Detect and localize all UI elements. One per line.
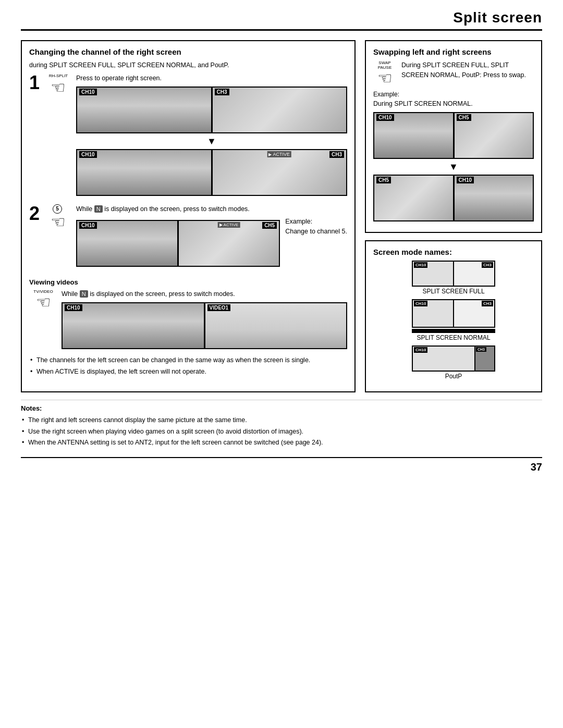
left-bullets: The channels for the left screen can be … [29,355,347,377]
ch-label-right-1: CH3 [215,89,229,95]
bullet-1: The channels for the left screen can be … [29,355,347,365]
mode-ch-poutp-left: CH10 [414,347,427,353]
poutp-small: CH3 [474,347,494,371]
bullet-2: When ACTIVE is displayed, the left scree… [29,367,347,377]
notes-title: Notes: [21,404,542,412]
mode-ch-full-left: CH10 [414,262,427,268]
step-2-content: While N is displayed on the screen, pres… [76,204,347,274]
ch-label-left-3: CH10 [79,222,97,229]
swap-screen-after: CH5 CH10 [373,175,534,221]
note-1: The right and left screens cannot displa… [21,415,542,425]
swap-area: SWAP PAUSE ☜ During SPLIT SCREEN FULL, S… [373,60,534,87]
swap-text: During SPLIT SCREEN FULL, SPLIT SCREEN N… [401,60,534,83]
step-2-number: 2 [29,204,40,223]
n-icon-step2: N [94,205,103,213]
left-section-title: Changing the channel of the right screen [29,47,347,56]
active-text-s3: ACTIVE [224,223,239,227]
ch-label-swap-after-left: CH5 [376,177,391,183]
mode-ch-normal-left: CH10 [414,301,427,306]
screen-modes-title: Screen mode names: [373,248,534,256]
active-text: ACTIVE [273,152,290,157]
mode-normal-left: CH10 [413,300,453,327]
hand-icon-step2: ☜ [51,214,66,230]
example-label-s3: Example: [285,217,347,227]
step-1-number: 1 [29,73,40,92]
right-half-screen3: ▶ ACTIVE CH5 [179,221,279,266]
viewing-text-before: While [62,290,78,298]
mode-ch-full-right: CH3 [482,262,493,268]
ch-label-video-right: VIDEO1 [207,304,231,311]
example-text-block: Example: Change to channel 5. [285,217,347,237]
right-half-screen2: ▶ ACTIVE CH3 [213,150,346,195]
notes-list: The right and left screens cannot displa… [21,415,542,448]
active-label: ▶ ACTIVE [267,151,291,157]
circle-badge-5: 5 [53,204,62,214]
example-change: Change to channel 5. [285,227,347,237]
swap-after-left: CH5 [374,176,453,220]
ch-label-left-2: CH10 [79,151,97,158]
right-half-video: VIDEO1 [205,303,347,348]
step-1-icon-area: RH-SPLIT ☜ [44,73,72,96]
main-layout: Changing the channel of the right screen… [21,40,542,392]
left-panel: Changing the channel of the right screen… [21,40,356,392]
ch-label-left-1: CH10 [79,89,97,95]
notes-section: Notes: The right and left screens cannot… [21,400,542,448]
left-half-screen1: CH10 [77,88,211,132]
mode-normal-diagram: CH10 CH3 SPLIT SCREEN NORMAL [412,299,495,341]
page-header: Split screen [21,0,542,31]
ch-label-swap-after-right: CH10 [457,177,474,183]
screen3-wrapper: CH10 ▶ ACTIVE CH5 [76,217,280,270]
mode-normal-right: CH3 [454,300,494,327]
mode-screen-normal: CH10 CH3 [412,299,495,328]
hand-icon-swap: ☜ [377,70,393,87]
n-icon-tvvideo: N [80,290,88,298]
tv-video-icon-area: TV/VIDEO ☜ [29,289,57,311]
ch-label-swap-before-right: CH5 [457,114,471,121]
mode-full-right: CH3 [454,262,494,286]
step-1-text: Press to operate right screen. [76,73,347,83]
note-2: Use the right screen when playing video … [21,427,542,437]
swap-before-left: CH10 [374,113,453,158]
active-label-s3: ▶ ACTIVE [218,222,240,228]
swap-section: Swapping left and right screens SWAP PAU… [365,40,542,233]
arrow-down-swap: ▼ [373,162,534,171]
swap-screen-before: CH10 CH5 [373,112,534,159]
note-3: When the ANTENNA setting is set to ANT2,… [21,438,542,448]
screen-ch10-active-ch3: CH10 ▶ ACTIVE CH3 [76,149,347,196]
mode-screen-poutp: CH10 CH3 [412,346,495,372]
mode-screen-full: CH10 CH3 [412,261,495,287]
page-number: 37 [531,461,542,473]
hand-icon-tvvideo: ☜ [36,294,51,311]
viewing-videos-content: While N is displayed on the screen, pres… [62,289,347,352]
swap-example-text: During SPLIT SCREEN NORMAL. [373,99,534,109]
ch-label-swap-before-left: CH10 [376,114,394,121]
screen-ch10-active-ch5: CH10 ▶ ACTIVE CH5 [76,220,280,267]
viewing-text-after: is displayed on the screen, press to swi… [90,290,235,298]
step-2-row: 2 5 ☜ While N is displayed on the screen… [29,204,347,274]
arrow-down-1: ▼ [76,137,347,146]
mode-poutp-diagram: CH10 CH3 PoutP [412,346,495,380]
mode-full-name: SPLIT SCREEN FULL [412,288,495,295]
page-footer: 37 [21,457,542,473]
viewing-videos-section: Viewing videos TV/VIDEO ☜ While N is dis… [29,278,347,352]
right-half-screen1: CH3 [213,88,346,132]
mode-ch-poutp-right: CH3 [476,347,486,352]
swap-description: During SPLIT SCREEN FULL, SPLIT SCREEN N… [401,60,534,80]
left-half-screen3: CH10 [77,221,177,266]
normal-black-bar [412,329,495,333]
poutp-main: CH10 [413,347,474,371]
swap-title: Swapping left and right screens [373,47,534,56]
screen-ch10-ch3-step1: CH10 CH3 [76,87,347,133]
step-2-text-after: is displayed on the screen, press to swi… [104,205,250,213]
left-half-video: CH10 [63,303,204,348]
step-1-content: Press to operate right screen. CH10 CH3 … [76,73,347,199]
hand-icon-step1: ☜ [51,79,66,96]
page-title: Split screen [453,9,542,26]
step-1-row: 1 RH-SPLIT ☜ Press to operate right scre… [29,73,347,199]
screen-modes-section: Screen mode names: CH10 CH3 SPLIT SCREEN… [365,240,542,392]
step-2-text: While N is displayed on the screen, pres… [76,204,347,214]
swap-before-right: CH5 [455,113,533,158]
ch-label-video-left: CH10 [65,304,82,311]
mode-full-diagram: CH10 CH3 SPLIT SCREEN FULL [412,261,495,295]
viewing-text: While N is displayed on the screen, pres… [62,289,347,299]
